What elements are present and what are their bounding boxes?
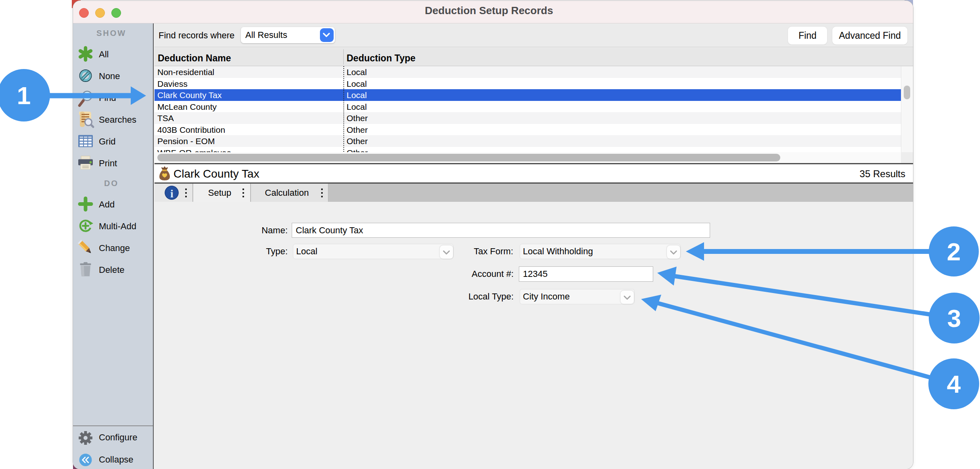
svg-text:i: i	[170, 187, 173, 200]
svg-text:2: 2	[947, 238, 961, 266]
svg-text:4: 4	[947, 370, 961, 398]
svg-text:1: 1	[17, 82, 31, 109]
svg-text:3: 3	[947, 304, 961, 332]
